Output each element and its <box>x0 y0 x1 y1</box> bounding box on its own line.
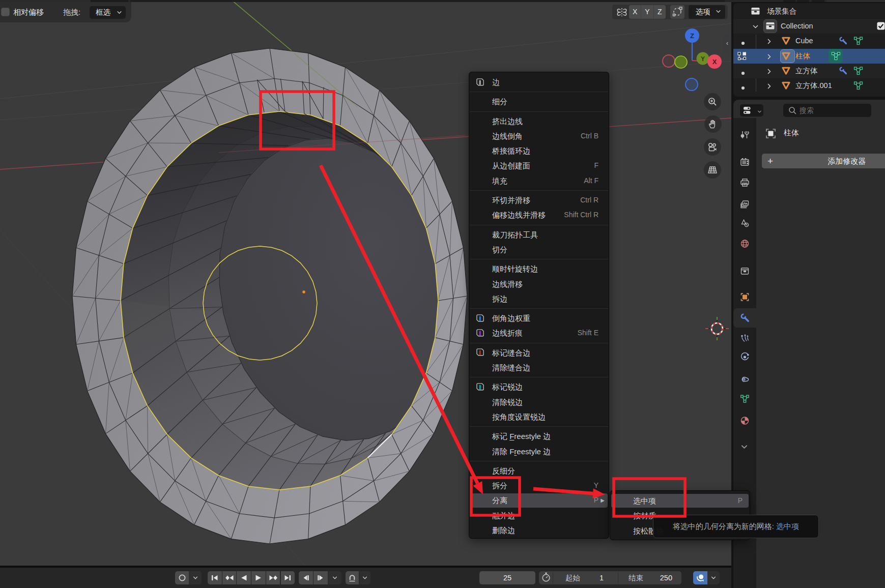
menu-item[interactable]: 倒角边权重 <box>469 311 609 326</box>
jump-to-end-button[interactable] <box>281 571 295 584</box>
menu-item[interactable]: 清除缝合边 <box>469 360 609 375</box>
menu-item[interactable]: 挤出边线 <box>469 114 609 129</box>
menu-item[interactable]: 拆分Y <box>469 478 609 493</box>
menu-item[interactable]: 删除边 <box>469 523 609 538</box>
mirror-x-toggle[interactable]: X <box>629 5 641 19</box>
menu-item[interactable]: 清除 Freestyle 边 <box>469 444 609 459</box>
drag-label: 拖拽: <box>63 2 80 22</box>
add-modifier-button[interactable]: + 添加修改器 <box>762 154 885 168</box>
menu-item[interactable]: 环切并滑移Ctrl R <box>469 193 609 208</box>
expander-right-icon[interactable] <box>766 82 773 92</box>
viewport-3d[interactable]: 相对偏移 拖拽: 框选 XYZ 选项 ‹ <box>0 2 731 566</box>
playback-sync-button[interactable] <box>693 571 707 584</box>
window-top-edge <box>0 0 885 2</box>
menu-item[interactable]: 边线滑移 <box>469 277 609 291</box>
mirror-y-toggle[interactable]: Y <box>641 5 653 19</box>
outliner-row-柱体[interactable]: 柱体 <box>733 49 885 64</box>
menu-item[interactable]: 桥接循环边 <box>469 143 609 158</box>
outliner-row-Collection[interactable]: Collection <box>733 19 885 34</box>
play-reverse-button[interactable] <box>237 571 251 584</box>
edge-mark-icon <box>475 382 485 394</box>
frame-end-field[interactable]: 结束 250 <box>618 571 681 584</box>
navigation-gizmo[interactable]: Z Y X <box>660 23 726 95</box>
jump-to-start-button[interactable] <box>208 571 222 584</box>
pan-button[interactable] <box>704 115 722 133</box>
menu-item[interactable]: 按角度设置锐边 <box>469 409 609 424</box>
orthographic-toggle-button[interactable] <box>704 161 721 179</box>
menu-item[interactable]: 反细分 <box>469 463 609 478</box>
tab-collection[interactable] <box>733 261 756 281</box>
zoom-button[interactable] <box>704 93 721 110</box>
outliner-row-Cube[interactable]: Cube <box>733 34 885 48</box>
step-back-button[interactable] <box>299 571 313 584</box>
tab-render[interactable] <box>733 153 756 172</box>
submenu-item[interactable]: 选中项P <box>610 493 750 508</box>
menu-item[interactable]: 标记缝合边 <box>469 345 609 360</box>
drag-mode-dropdown[interactable]: 框选 <box>90 6 126 19</box>
step-forward-button[interactable] <box>313 571 328 584</box>
relative-offset-label: 相对偏移 <box>13 2 44 22</box>
mirror-z-toggle[interactable]: Z <box>654 5 666 19</box>
keying-dropdown[interactable] <box>189 571 202 584</box>
tab-material[interactable] <box>733 411 756 430</box>
tab-output[interactable] <box>733 173 756 192</box>
auto-keyframe-button[interactable] <box>175 571 189 584</box>
collection-checkbox[interactable] <box>877 22 885 32</box>
tab-data[interactable] <box>733 389 756 408</box>
menu-item[interactable]: 偏移边线并滑移Shift Ctrl R <box>469 208 609 222</box>
tab-scene[interactable] <box>733 214 756 233</box>
snap-keyframes-button[interactable] <box>346 571 359 584</box>
expander-right-icon[interactable] <box>766 53 773 62</box>
chevron-down-icon <box>117 6 122 19</box>
menu-separator <box>469 459 609 463</box>
edge-mark-icon <box>475 313 485 326</box>
proportional-editing-button[interactable] <box>670 5 684 19</box>
frame-start-field[interactable]: 起始 1 <box>553 571 618 584</box>
menu-item[interactable]: 裁刀拓扑工具 <box>469 227 609 242</box>
menu-item[interactable]: 融并边 <box>469 508 609 523</box>
mesh-data-icon <box>831 51 841 63</box>
tab-particles[interactable] <box>733 329 756 348</box>
menu-item[interactable]: 分离P▶ <box>469 493 609 508</box>
menu-item[interactable]: 切分 <box>469 242 609 257</box>
next-keyframe-button[interactable] <box>266 571 280 584</box>
previous-keyframe-button[interactable] <box>222 571 237 584</box>
menu-item[interactable]: 标记 Freestyle 边 <box>469 429 609 444</box>
camera-view-button[interactable] <box>704 138 721 156</box>
outliner-row-场景集合[interactable]: 场景集合 <box>733 4 885 19</box>
tab-view-layer[interactable] <box>733 195 756 214</box>
tab-tool[interactable] <box>733 125 756 144</box>
tab-object[interactable] <box>733 287 756 307</box>
options-dropdown[interactable]: 选项 <box>689 5 725 19</box>
playback-dropdown[interactable] <box>328 571 341 584</box>
dot-icon <box>740 83 746 93</box>
outliner-row-立方体.001[interactable]: 立方体.001 <box>733 78 885 93</box>
snap-dropdown[interactable] <box>359 571 370 584</box>
menu-item[interactable]: 顺时针旋转边 <box>469 261 609 276</box>
menu-item-highlight <box>470 493 608 507</box>
relative-offset-checkbox[interactable] <box>1 8 10 16</box>
menu-item[interactable]: 标记锐边 <box>469 379 609 394</box>
edge-mark-icon <box>475 77 485 87</box>
menu-item[interactable]: 拆边 <box>469 291 609 306</box>
play-button[interactable] <box>251 571 266 584</box>
current-frame-field[interactable]: 25 <box>479 571 535 584</box>
tab-modifier[interactable] <box>733 308 756 328</box>
expander-right-icon[interactable] <box>766 68 773 77</box>
tab-world[interactable] <box>733 234 756 253</box>
properties-search-field[interactable]: 搜索 <box>783 104 871 117</box>
menu-item[interactable]: 边线折痕Shift E <box>469 326 609 340</box>
tab-physics[interactable] <box>733 347 756 367</box>
sync-dropdown[interactable] <box>707 571 720 584</box>
outliner-row-立方体[interactable]: 立方体 <box>733 64 885 78</box>
expander-right-icon[interactable] <box>766 38 773 47</box>
menu-item[interactable]: 填充Alt F <box>469 173 609 188</box>
menu-item[interactable]: 清除锐边 <box>469 395 609 409</box>
mirror-axis-toggle-group: XYZ <box>629 5 666 19</box>
menu-item[interactable]: 从边创建面F <box>469 158 609 173</box>
editor-type-selector[interactable] <box>740 104 763 116</box>
menu-item[interactable]: 边线倒角Ctrl B <box>469 129 609 143</box>
menu-item[interactable]: 细分 <box>469 94 609 109</box>
tab-constraints[interactable] <box>733 369 756 389</box>
expander-down-icon[interactable] <box>752 23 759 32</box>
